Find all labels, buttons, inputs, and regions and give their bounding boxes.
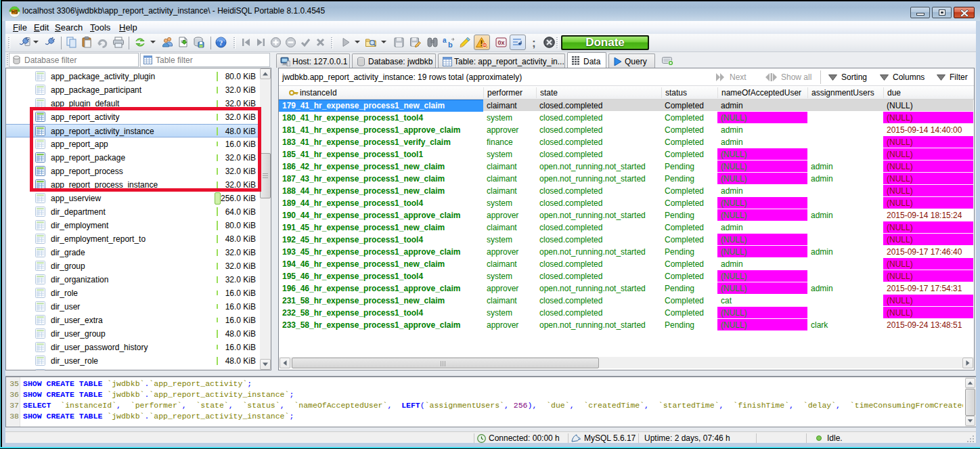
svg-text:b: b — [448, 41, 453, 48]
svg-text:a: a — [443, 37, 447, 44]
svg-text:?: ? — [219, 39, 223, 47]
svg-text:HS: HS — [12, 9, 18, 14]
svg-text:0x: 0x — [497, 39, 504, 46]
